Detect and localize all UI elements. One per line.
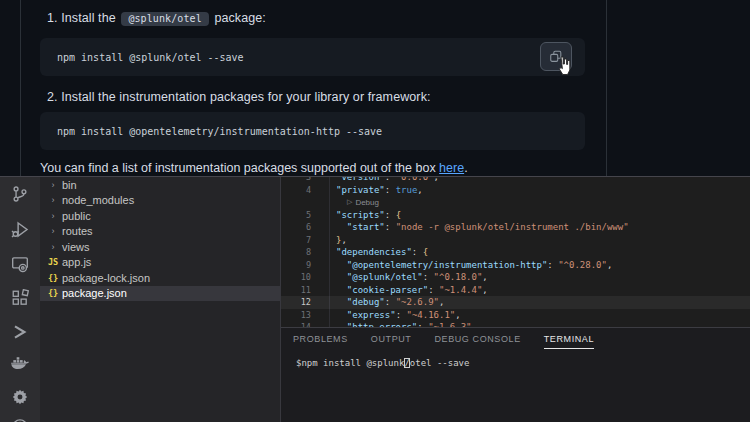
line-number: 5 xyxy=(281,210,311,220)
docs-footer: You can find a list of instrumentation p… xyxy=(40,161,468,175)
footer-period: . xyxy=(464,161,467,175)
settings-gear-icon[interactable] xyxy=(8,385,32,409)
docs-step-1: 1. Install the @splunk/otel package: xyxy=(47,11,266,26)
editor-package-json[interactable]: 3"version": "0.0.0",4"private": true,▷De… xyxy=(281,177,750,327)
explorer-item-package.json[interactable]: {}package.json xyxy=(40,286,281,302)
json-file-icon: {} xyxy=(46,288,60,298)
explorer-item-views[interactable]: ›views xyxy=(40,239,281,255)
step1-text-post: package: xyxy=(211,11,266,25)
folder-chevron-icon: › xyxy=(46,226,60,236)
editor-line-10[interactable]: 10 "@splunk/otel": "^0.18.0", xyxy=(281,271,750,284)
line-code: "express": "~4.16.1", xyxy=(311,310,461,320)
codelens-debug[interactable]: ▷Debug xyxy=(281,196,750,209)
folder-chevron-icon: › xyxy=(46,180,60,190)
docker-icon[interactable] xyxy=(8,351,32,375)
line-code: "version": "0.0.0", xyxy=(311,177,439,182)
explorer-item-label: public xyxy=(62,210,91,222)
bottom-panel: PROBLEMSOUTPUTDEBUG CONSOLETERMINAL $npm… xyxy=(281,327,750,422)
line-code: "dependencies": { xyxy=(311,247,428,257)
panel-tab-output[interactable]: OUTPUT xyxy=(371,334,412,349)
extensions-icon[interactable] xyxy=(8,286,32,310)
line-code: "debug": "~2.6.9", xyxy=(311,297,444,307)
explorer-item-node_modules[interactable]: ›node_modules xyxy=(40,193,281,209)
explorer-item-app.js[interactable]: JSapp.js xyxy=(40,255,281,271)
docs-panel: 1. Install the @splunk/otel package: npm… xyxy=(0,0,750,176)
terminal-command-line[interactable]: $npm install @splunk/otel --save xyxy=(296,358,469,368)
line-code: "@opentelemetry/instrumentation-http": "… xyxy=(311,260,612,270)
line-code: "start": "node -r @splunk/otel/instrumen… xyxy=(311,222,629,232)
editor-line-12[interactable]: 12 "debug": "~2.6.9", xyxy=(281,296,750,309)
docs-left-border xyxy=(20,0,21,176)
explorer-item-label: routes xyxy=(62,225,93,237)
terminal-text-before: $npm install @splunk xyxy=(296,358,404,368)
line-number: 9 xyxy=(281,260,311,270)
line-number: 12 xyxy=(281,297,311,307)
editor-line-8[interactable]: 8"dependencies": { xyxy=(281,246,750,259)
account-icon[interactable] xyxy=(8,415,32,422)
js-file-icon: JS xyxy=(46,257,60,267)
editor-line-7[interactable]: 7}, xyxy=(281,234,750,247)
line-number: 10 xyxy=(281,272,311,282)
explorer-item-routes[interactable]: ›routes xyxy=(40,224,281,240)
line-number: 11 xyxy=(281,285,311,295)
line-number: 13 xyxy=(281,310,311,320)
run-debug-icon[interactable] xyxy=(8,217,32,241)
editor-line-9[interactable]: 9 "@opentelemetry/instrumentation-http":… xyxy=(281,259,750,272)
screen: 1. Install the @splunk/otel package: npm… xyxy=(0,0,750,422)
line-number: 8 xyxy=(281,247,311,257)
explorer-item-label: app.js xyxy=(62,256,91,268)
panel-tab-debug-console[interactable]: DEBUG CONSOLE xyxy=(434,334,520,349)
explorer-item-bin[interactable]: ›bin xyxy=(40,177,281,193)
explorer-item-public[interactable]: ›public xyxy=(40,208,281,224)
line-code: "private": true, xyxy=(311,185,423,195)
folder-chevron-icon: › xyxy=(46,242,60,252)
folder-chevron-icon: › xyxy=(46,195,60,205)
line-code: }, xyxy=(311,235,347,245)
line-code: "cookie-parser": "~1.4.4", xyxy=(311,285,488,295)
editor-line-13[interactable]: 13 "express": "~4.16.1", xyxy=(281,309,750,322)
inline-code-splunk-otel: @splunk/otel xyxy=(121,12,208,26)
line-number: 3 xyxy=(281,177,311,182)
editor-line-4[interactable]: 4"private": true, xyxy=(281,184,750,197)
chevron-terminal-icon[interactable] xyxy=(8,320,32,344)
code-block-install-instrumentation: npm install @opentelemetry/instrumentati… xyxy=(40,112,585,150)
vscode-window: ›bin›node_modules›public›routes›viewsJSa… xyxy=(0,176,750,422)
explorer-item-label: bin xyxy=(62,179,77,191)
line-code: "scripts": { xyxy=(311,210,401,220)
explorer-item-label: package.json xyxy=(62,287,127,299)
editor-line-11[interactable]: 11 "cookie-parser": "~1.4.4", xyxy=(281,284,750,297)
remote-preview-icon[interactable] xyxy=(8,252,32,276)
line-number: 7 xyxy=(281,235,311,245)
source-control-icon[interactable] xyxy=(8,182,32,206)
explorer-item-label: node_modules xyxy=(62,194,134,206)
editor-line-5[interactable]: 5"scripts": { xyxy=(281,209,750,222)
explorer-item-package-lock.json[interactable]: {}package-lock.json xyxy=(40,270,281,286)
here-link[interactable]: here xyxy=(439,161,464,175)
docs-step-2: 2. Install the instrumentation packages … xyxy=(47,90,431,104)
activity-bar xyxy=(0,177,40,422)
footer-text: You can find a list of instrumentation p… xyxy=(40,161,439,175)
codelens-play-icon: ▷ xyxy=(347,198,352,206)
step1-text-pre: 1. Install the xyxy=(47,11,119,25)
folder-chevron-icon: › xyxy=(46,211,60,221)
mouse-hand-cursor xyxy=(555,55,573,77)
codelens-label: Debug xyxy=(355,198,379,207)
terminal-text-after: otel --save xyxy=(410,358,470,368)
line-code: "@splunk/otel": "^0.18.0", xyxy=(311,272,488,282)
panel-tab-terminal[interactable]: TERMINAL xyxy=(544,334,594,349)
line-number: 4 xyxy=(281,185,311,195)
explorer-sidebar: ›bin›node_modules›public›routes›viewsJSa… xyxy=(40,177,281,422)
code-text: npm install @splunk/otel --save xyxy=(40,52,244,63)
docs-right-border xyxy=(606,0,607,176)
code-text: npm install @opentelemetry/instrumentati… xyxy=(40,126,382,137)
editor-line-6[interactable]: 6 "start": "node -r @splunk/otel/instrum… xyxy=(281,221,750,234)
explorer-item-label: views xyxy=(62,241,90,253)
json-file-icon: {} xyxy=(46,273,60,283)
explorer-item-label: package-lock.json xyxy=(62,272,150,284)
panel-tabs: PROBLEMSOUTPUTDEBUG CONSOLETERMINAL xyxy=(293,334,594,349)
line-number: 6 xyxy=(281,222,311,232)
panel-tab-problems[interactable]: PROBLEMS xyxy=(293,334,348,349)
code-block-install-splunk-otel: npm install @splunk/otel --save xyxy=(40,38,585,76)
